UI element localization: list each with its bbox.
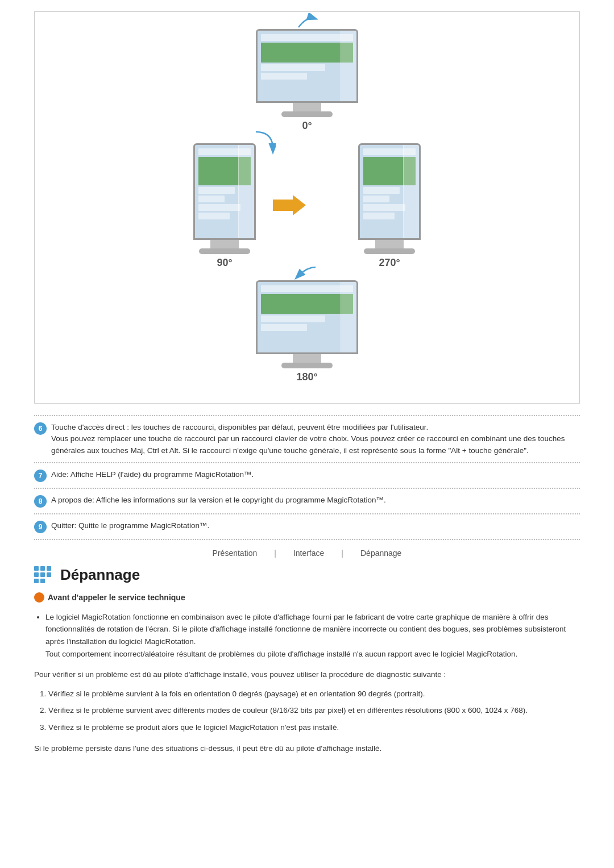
degree-90: 90° bbox=[217, 257, 232, 269]
item-6-text: Touche d'accès direct : les touches de r… bbox=[51, 422, 580, 456]
depannage-numbered: Vérifiez si le problème survient à la fo… bbox=[48, 688, 580, 734]
item-8-text: A propos de: Affiche les informations su… bbox=[51, 495, 386, 506]
nav-bar: Présentation | Interface | Dépannage bbox=[34, 549, 580, 558]
bullet-item-1: Le logiciel MagicRotation fonctionne en … bbox=[45, 611, 580, 660]
item-9: 9 Quitter: Quitte le programme MagicRota… bbox=[34, 520, 580, 533]
monitor-270deg: 270° bbox=[358, 143, 421, 269]
numbered-item-3: Vérifiez si le problème se produit alors… bbox=[48, 721, 580, 734]
item-7-text: Aide: Affiche HELP (l'aide) du programme… bbox=[51, 469, 254, 480]
separator-4 bbox=[34, 513, 580, 514]
depannage-closing: Si le problème persiste dans l'une des s… bbox=[34, 742, 580, 755]
depannage-para2: Pour vérifier si un problème est dû au p… bbox=[34, 668, 580, 681]
nav-depannage[interactable]: Dépannage bbox=[360, 549, 401, 558]
nav-presentation[interactable]: Présentation bbox=[213, 549, 258, 558]
degree-270: 270° bbox=[379, 257, 400, 269]
page-wrapper: 0° bbox=[0, 0, 614, 773]
monitor-display-90 bbox=[193, 143, 256, 240]
monitor-0deg: 0° bbox=[256, 29, 358, 132]
depannage-section: Dépannage Avant d'appeler le service tec… bbox=[34, 566, 580, 754]
arrow-90deg bbox=[253, 126, 276, 155]
badge-9: 9 bbox=[34, 521, 47, 533]
degree-0: 0° bbox=[302, 120, 312, 132]
separator-1 bbox=[34, 415, 580, 416]
depannage-title: Dépannage bbox=[34, 566, 580, 584]
monitor-display-180 bbox=[256, 280, 358, 354]
depannage-subtitle: Avant d'appeler le service technique bbox=[34, 592, 185, 603]
depannage-bullets: Le logiciel MagicRotation fonctionne en … bbox=[45, 611, 580, 660]
item-6: 6 Touche d'accès direct : les touches de… bbox=[34, 422, 580, 456]
monitor-90deg: 90° bbox=[193, 143, 256, 269]
separator-5 bbox=[34, 539, 580, 540]
title-dots-icon bbox=[34, 566, 55, 583]
nav-interface[interactable]: Interface bbox=[293, 549, 324, 558]
degree-180: 180° bbox=[296, 371, 317, 383]
item-8: 8 A propos de: Affiche les informations … bbox=[34, 495, 580, 508]
svg-marker-0 bbox=[273, 195, 306, 215]
monitor-display-270 bbox=[358, 143, 421, 240]
item-7: 7 Aide: Affiche HELP (l'aide) du program… bbox=[34, 469, 580, 482]
monitor-container: 0° bbox=[46, 29, 568, 386]
arrow-0deg bbox=[293, 13, 321, 30]
arrow-180deg bbox=[293, 264, 321, 281]
item-9-text: Quitter: Quitte le programme MagicRotati… bbox=[51, 520, 209, 531]
badge-6: 6 bbox=[34, 422, 47, 435]
separator-2 bbox=[34, 462, 580, 463]
nav-sep-2: | bbox=[341, 549, 343, 558]
badge-7: 7 bbox=[34, 470, 47, 482]
nav-sep-1: | bbox=[274, 549, 276, 558]
badge-8: 8 bbox=[34, 495, 47, 508]
numbered-item-2: Vérifiez si le problème survient avec di… bbox=[48, 704, 580, 717]
separator-3 bbox=[34, 488, 580, 489]
numbered-item-1: Vérifiez si le problème survient à la fo… bbox=[48, 688, 580, 700]
monitor-180deg: 180° bbox=[256, 280, 358, 383]
monitor-display-0 bbox=[256, 29, 358, 103]
arrow-right-icon bbox=[273, 194, 307, 218]
monitor-section: 0° bbox=[34, 11, 580, 404]
